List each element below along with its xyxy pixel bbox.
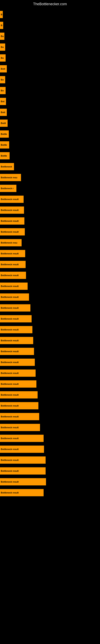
bar-label: Bot (1, 100, 4, 103)
bar-item: Bo (0, 44, 5, 51)
bar-label: Bottleneck result (1, 296, 19, 298)
bar-label: Bottleneck result (1, 350, 19, 352)
bar-row: Bo (0, 53, 100, 63)
bar-row: Bottleneck result (0, 292, 100, 302)
bar-item: Bottleneck result (0, 272, 26, 279)
bar-item: Bottleneck result (0, 391, 38, 398)
bar-label: Bottleneck result (1, 416, 19, 418)
bar-label: Bottl (1, 122, 6, 124)
bar-label: Bottleneck result (1, 372, 19, 374)
bar-label: Bottle (1, 144, 7, 146)
bar-item: Bo (0, 54, 6, 62)
bar-row: Bottleneck result (0, 346, 100, 356)
bar-item: Bottle (0, 152, 10, 160)
bar-label: Bo (1, 78, 4, 81)
bar-label: Bottleneck result (1, 448, 19, 450)
bar-item: Bottleneck r (0, 185, 16, 192)
bar-row: Bottleneck result (0, 314, 100, 324)
bar-row: Bottleneck result (0, 357, 100, 368)
bar-label: Bottleneck result (1, 209, 19, 211)
bar-item: Bottleneck result (0, 402, 38, 409)
bar-row: Bottleneck result (0, 226, 100, 237)
bar-row: Bottleneck result (0, 488, 100, 498)
bar-item: Bottleneck result (0, 413, 39, 420)
bar-item: Bottleneck result (0, 467, 46, 474)
bar-item: Bottleneck result (0, 261, 26, 268)
bar-row: Bo (0, 85, 100, 96)
bar-row: Bottleneck resu (0, 172, 100, 183)
bar-label: B (1, 13, 2, 16)
bar-item: Bottleneck result (0, 489, 44, 496)
bar-item: Bottleneck result (0, 315, 32, 322)
bar-label: Bott (1, 68, 5, 70)
bar-label: Bottleneck result (1, 274, 19, 276)
bar-item: Bottleneck resu (0, 239, 22, 246)
bar-item: B (0, 22, 3, 29)
bar-item: Bottleneck (0, 163, 14, 170)
bar-label: B (1, 24, 2, 26)
bar-label: Bottleneck result (1, 459, 19, 461)
bar-item: Bottleneck result (0, 370, 36, 377)
bar-item: Bottleneck result (0, 250, 25, 257)
bar-label: Bottleneck result (1, 470, 19, 472)
bar-item: Bot (0, 98, 6, 105)
bar-label: Bottleneck result (1, 394, 19, 396)
bar-label: Bottleneck result (1, 437, 19, 440)
bar-row: Bottleneck result (0, 216, 100, 226)
bar-item: Bottleneck resu (0, 174, 21, 181)
bar-row: Bottleneck result (0, 270, 100, 280)
bar-label: Bottleneck result (1, 328, 19, 331)
bar-row: B (0, 9, 100, 20)
bar-item: Bottleneck result (0, 359, 35, 366)
bar-row: Bottleneck result (0, 422, 100, 433)
bar-label: Bottleneck resu (1, 176, 17, 179)
bar-label: Bottleneck result (1, 318, 19, 320)
bar-row: Bottle (0, 129, 100, 139)
bar-label: Bo (1, 89, 4, 92)
bar-label: Bottleneck result (1, 220, 19, 222)
bar-row: Bottleneck result (0, 400, 100, 411)
bar-row: Bottleneck result (0, 259, 100, 270)
bar-row: Bottleneck result (0, 433, 100, 444)
bar-item: Bo (0, 87, 6, 94)
bar-item: Bottleneck result (0, 282, 28, 290)
bar-label: Bott (1, 111, 5, 114)
bar-row: Bottl (0, 118, 100, 128)
bar-row: Bottleneck result (0, 324, 100, 335)
bar-label: Bottleneck r (1, 187, 14, 190)
bar-row: B (0, 20, 100, 30)
bar-label: Bottleneck result (1, 339, 19, 342)
bar-item: Bo (0, 32, 4, 40)
bar-label: Bottle (1, 133, 7, 135)
bar-label: Bottleneck result (1, 361, 19, 364)
bar-label: Bottleneck result (1, 383, 19, 385)
bar-row: Bo (0, 74, 100, 85)
bar-item: Bottleneck result (0, 337, 33, 344)
bar-row: Bottleneck resu (0, 238, 100, 248)
bar-row: Bottleneck result (0, 379, 100, 389)
bar-label: Bottleneck result (1, 198, 19, 200)
bar-row: Bottleneck result (0, 303, 100, 313)
bar-row: Bott (0, 107, 100, 118)
bar-item: B (0, 11, 3, 18)
bar-row: Bottleneck result (0, 368, 100, 378)
bar-item: Bott (0, 109, 7, 116)
bar-row: Bottleneck (0, 162, 100, 172)
bar-label: Bo (1, 46, 4, 48)
bar-row: Bottleneck result (0, 281, 100, 292)
bar-item: Bottleneck result (0, 348, 34, 355)
bar-row: Bottleneck result (0, 248, 100, 259)
bar-label: Bottleneck result (1, 285, 19, 288)
bar-row: Bottle (0, 150, 100, 161)
bar-row: Bottleneck result (0, 335, 100, 346)
bar-label: Bottleneck resu (1, 242, 17, 244)
bar-label: Bottleneck result (1, 492, 19, 494)
bar-label: Bottleneck result (1, 480, 19, 483)
bar-row: Bottleneck result (0, 455, 100, 465)
bar-item: Bottleneck result (0, 435, 44, 442)
bar-row: Bo (0, 42, 100, 52)
bar-item: Bott (0, 65, 7, 72)
bar-item: Bottleneck result (0, 380, 36, 388)
bars-container: BBBoBoBoBottBoBoBotBottBottlBottleBottle… (0, 7, 100, 500)
bar-label: Bottleneck result (1, 263, 19, 266)
